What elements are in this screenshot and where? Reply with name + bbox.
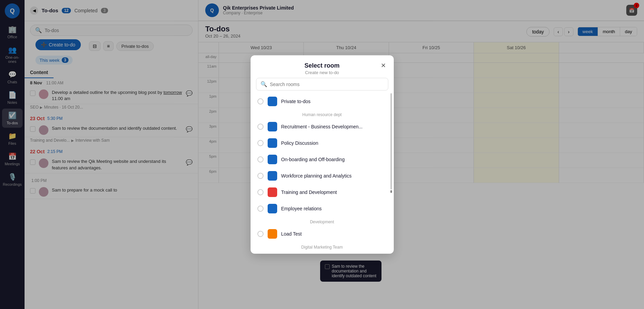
room-item-policy[interactable]: Policy Discussion bbox=[251, 135, 394, 151]
room-color-training bbox=[268, 187, 277, 197]
modal-header: Select room Create new to-do ✕ bbox=[251, 55, 394, 78]
room-name-loadtest: Load Test bbox=[281, 231, 302, 237]
room-name-employee: Employee relations bbox=[281, 206, 322, 211]
room-color-workforce bbox=[268, 171, 277, 181]
room-color-policy bbox=[268, 138, 277, 148]
modal-overlay[interactable]: Select room Create new to-do ✕ 🔍 Private… bbox=[0, 0, 644, 309]
room-radio-policy[interactable] bbox=[257, 140, 264, 146]
room-item-employee[interactable]: Employee relations bbox=[251, 200, 394, 217]
room-radio-employee[interactable] bbox=[257, 206, 264, 212]
modal-close-button[interactable]: ✕ bbox=[379, 61, 388, 70]
room-item-loadtest[interactable]: Load Test bbox=[251, 226, 394, 242]
room-radio-training[interactable] bbox=[257, 189, 264, 195]
room-name-recruitment: Recruitment - Business Developmen... bbox=[281, 124, 363, 129]
section-label-dmt: Digital Marketing Team bbox=[251, 242, 394, 251]
room-name-onboarding: On-boarding and Off-boarding bbox=[281, 157, 345, 162]
room-color-recruitment bbox=[268, 122, 277, 131]
room-color-private bbox=[268, 97, 277, 106]
room-radio-onboarding[interactable] bbox=[257, 156, 264, 163]
modal-search-bar[interactable]: 🔍 bbox=[256, 78, 388, 90]
room-color-loadtest bbox=[268, 229, 277, 239]
modal-search-icon: 🔍 bbox=[260, 81, 267, 87]
room-color-onboarding bbox=[268, 155, 277, 164]
modal-scrollbar bbox=[390, 93, 392, 254]
room-item-training[interactable]: Training and Development bbox=[251, 184, 394, 200]
room-name-training: Training and Development bbox=[281, 189, 337, 195]
modal-search-input[interactable] bbox=[270, 82, 384, 87]
room-name-policy: Policy Discussion bbox=[281, 140, 318, 146]
room-item-private[interactable]: Private to-dos bbox=[251, 93, 394, 110]
select-room-modal: Select room Create new to-do ✕ 🔍 Private… bbox=[251, 55, 394, 254]
modal-title: Select room bbox=[257, 62, 387, 69]
room-name-workforce: Workforce planning and Analytics bbox=[281, 173, 352, 179]
room-name-private: Private to-dos bbox=[281, 99, 311, 104]
room-item-workforce[interactable]: Workforce planning and Analytics bbox=[251, 168, 394, 184]
room-radio-private[interactable] bbox=[257, 98, 264, 104]
room-item-recruitment[interactable]: Recruitment - Business Developmen... bbox=[251, 118, 394, 135]
room-radio-recruitment[interactable] bbox=[257, 124, 264, 130]
modal-subtitle: Create new to-do bbox=[257, 70, 387, 75]
room-color-employee bbox=[268, 204, 277, 213]
room-item-onboarding[interactable]: On-boarding and Off-boarding bbox=[251, 151, 394, 168]
room-radio-loadtest[interactable] bbox=[257, 231, 264, 237]
section-label-hr: Human resource dept bbox=[251, 110, 394, 118]
section-label-dev: Development bbox=[251, 217, 394, 226]
room-radio-workforce[interactable] bbox=[257, 173, 264, 179]
modal-room-list: Private to-dos Human resource dept Recru… bbox=[251, 93, 394, 254]
